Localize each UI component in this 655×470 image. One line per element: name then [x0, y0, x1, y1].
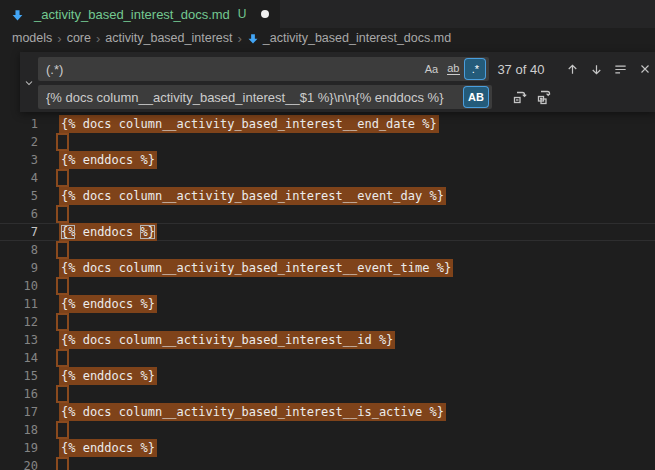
tab-title: _activity_based_interest_docs.md — [34, 7, 230, 22]
line-number: 3 — [0, 151, 38, 169]
code-line[interactable]: 7{% enddocs %} — [0, 223, 655, 241]
modified-dot-icon[interactable] — [261, 10, 269, 18]
code-line[interactable]: 19{% enddocs %} — [0, 439, 655, 457]
empty-line-match-box — [56, 385, 69, 403]
code-line[interactable]: 9{% docs column__activity_based_interest… — [0, 259, 655, 277]
line-number: 13 — [0, 331, 38, 349]
breadcrumb-separator: › — [52, 31, 66, 46]
code-line[interactable]: 4 — [0, 169, 655, 187]
line-number: 7 — [0, 223, 38, 241]
line-number: 17 — [0, 403, 38, 421]
editor-content[interactable]: 1{% docs column__activity_based_interest… — [0, 115, 655, 470]
code-text — [61, 277, 69, 295]
code-line[interactable]: 6 — [0, 205, 655, 223]
breadcrumb-item-core[interactable]: core — [67, 31, 91, 45]
line-number: 8 — [0, 241, 38, 259]
vscode-window: _activity_based_interest_docs.md U model… — [0, 0, 655, 470]
code-line[interactable]: 12 — [0, 313, 655, 331]
find-match-highlight: {% enddocs %} — [59, 295, 157, 313]
code-line[interactable]: 13{% docs column__activity_based_interes… — [0, 331, 655, 349]
empty-line-match-box — [56, 313, 69, 331]
empty-line-match-box — [56, 421, 69, 439]
breadcrumb-item-folder[interactable]: activity_based_interest — [105, 31, 232, 45]
code-text: {% enddocs %} — [61, 295, 157, 313]
code-line[interactable]: 15{% enddocs %} — [0, 367, 655, 385]
code-line[interactable]: 1{% docs column__activity_based_interest… — [0, 115, 655, 133]
regex-button[interactable]: .* — [465, 59, 485, 79]
find-match-highlight: {% docs column__activity_based_interest_… — [59, 403, 446, 421]
empty-line-match-box — [56, 241, 69, 259]
code-text — [61, 205, 69, 223]
code-text: {% docs column__activity_based_interest_… — [61, 259, 453, 277]
breadcrumb-item-models[interactable]: models — [12, 31, 52, 45]
code-line[interactable]: 14 — [0, 349, 655, 367]
empty-line-match-box — [56, 169, 69, 187]
code-line[interactable]: 16 — [0, 385, 655, 403]
line-number: 14 — [0, 349, 38, 367]
code-line[interactable]: 5{% docs column__activity_based_interest… — [0, 187, 655, 205]
find-input[interactable]: (.*) Aa ab .* — [38, 57, 489, 81]
bracket-match-box: %} — [140, 225, 154, 239]
code-line[interactable]: 17{% docs column__activity_based_interes… — [0, 403, 655, 421]
code-text — [61, 385, 69, 403]
replace-one-button[interactable] — [509, 87, 530, 108]
code-line[interactable]: 3{% enddocs %} — [0, 151, 655, 169]
empty-line-match-box — [56, 133, 69, 151]
code-text — [61, 313, 69, 331]
code-text: {% docs column__activity_based_interest_… — [61, 331, 395, 349]
line-number: 19 — [0, 439, 38, 457]
find-match-highlight: {% docs column__activity_based_interest_… — [59, 115, 439, 133]
markdown-file-icon — [247, 33, 259, 45]
next-match-button[interactable] — [586, 59, 607, 80]
find-match-highlight: {% docs column__activity_based_interest_… — [59, 187, 446, 205]
replace-all-button[interactable] — [533, 87, 554, 108]
find-match-highlight: {% enddocs %} — [59, 223, 157, 241]
line-number: 4 — [0, 169, 38, 187]
empty-line-match-box — [56, 349, 69, 367]
tab-bar: _activity_based_interest_docs.md U — [0, 0, 655, 28]
code-line[interactable]: 2 — [0, 133, 655, 151]
toggle-replace-chevron-icon[interactable] — [21, 75, 37, 91]
bracket-match-box: {% — [61, 225, 75, 239]
code-text — [61, 169, 69, 187]
tab-active-file[interactable]: _activity_based_interest_docs.md U — [0, 0, 280, 28]
code-text — [61, 241, 69, 259]
code-text: {% enddocs %} — [61, 223, 157, 241]
line-number: 15 — [0, 367, 38, 385]
empty-line-match-box — [56, 205, 69, 223]
code-text: {% docs column__activity_based_interest_… — [61, 403, 446, 421]
replace-input[interactable]: {% docs column__activity_based_interest_… — [38, 85, 492, 109]
line-number: 20 — [0, 457, 38, 470]
git-status-badge: U — [238, 7, 247, 21]
preserve-case-button[interactable]: AB — [464, 87, 488, 107]
line-number: 12 — [0, 313, 38, 331]
code-text: {% enddocs %} — [61, 439, 157, 457]
code-line[interactable]: 20 — [0, 457, 655, 470]
close-find-widget-button[interactable] — [634, 59, 655, 80]
breadcrumb-separator: › — [232, 31, 246, 46]
find-input-value: (.*) — [46, 62, 419, 77]
breadcrumb-item-file[interactable]: _activity_based_interest_docs.md — [263, 31, 451, 45]
line-number: 9 — [0, 259, 38, 277]
match-case-button[interactable]: Aa — [421, 59, 441, 79]
empty-line-match-box — [56, 457, 69, 470]
empty-line-match-box — [56, 277, 69, 295]
previous-match-button[interactable] — [562, 59, 583, 80]
find-results-count: 37 of 40 — [497, 62, 559, 77]
line-number: 18 — [0, 421, 38, 439]
line-number: 11 — [0, 295, 38, 313]
find-match-highlight: {% enddocs %} — [59, 439, 157, 457]
find-match-highlight: {% docs column__activity_based_interest_… — [59, 331, 395, 349]
find-match-highlight: {% docs column__activity_based_interest_… — [59, 259, 453, 277]
code-line[interactable]: 10 — [0, 277, 655, 295]
code-text: {% docs column__activity_based_interest_… — [61, 187, 446, 205]
find-in-selection-button[interactable] — [610, 59, 631, 80]
code-text: {% enddocs %} — [61, 151, 157, 169]
code-line[interactable]: 11{% enddocs %} — [0, 295, 655, 313]
code-line[interactable]: 18 — [0, 421, 655, 439]
code-line[interactable]: 8 — [0, 241, 655, 259]
line-number: 6 — [0, 205, 38, 223]
line-number: 1 — [0, 115, 38, 133]
whole-word-button[interactable]: ab — [443, 59, 463, 79]
find-match-highlight: {% enddocs %} — [59, 151, 157, 169]
